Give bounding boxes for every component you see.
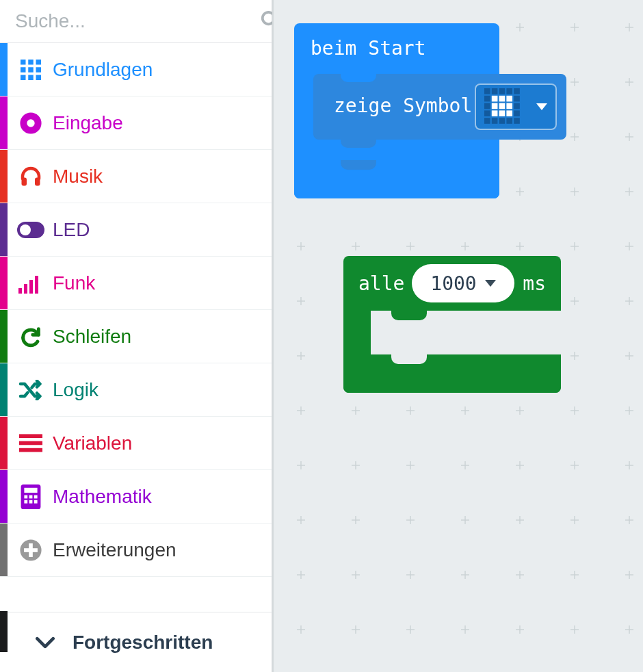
svg-rect-7 <box>36 67 42 73</box>
svg-rect-8 <box>21 75 26 80</box>
category-label: Musik <box>53 166 103 188</box>
svg-rect-46 <box>514 110 520 116</box>
svg-rect-31 <box>34 500 38 503</box>
svg-rect-52 <box>492 96 498 102</box>
svg-rect-38 <box>499 88 506 94</box>
category-stripe <box>0 96 8 149</box>
svg-rect-45 <box>484 110 490 116</box>
block-show-icon[interactable]: zeige Symbol <box>313 74 566 140</box>
category-label: Variablen <box>53 432 132 454</box>
svg-rect-3 <box>28 60 34 65</box>
svg-rect-55 <box>492 103 498 109</box>
loop-body-slot[interactable] <box>371 311 561 354</box>
category-stripe <box>0 257 8 309</box>
shuffle-icon <box>9 380 53 400</box>
svg-rect-40 <box>514 88 520 94</box>
svg-rect-36 <box>484 88 490 94</box>
block-on-start-title: beim Start <box>311 37 426 60</box>
svg-rect-25 <box>24 487 37 492</box>
plus-circle-icon <box>9 539 53 562</box>
interval-dropdown[interactable]: 1000 <box>412 264 514 302</box>
search-input[interactable] <box>15 10 260 32</box>
block-show-icon-label: zeige Symbol <box>334 94 472 117</box>
category-variablen[interactable]: Variablen <box>0 417 272 470</box>
block-footer <box>343 354 561 393</box>
svg-rect-27 <box>29 495 33 498</box>
category-funk[interactable]: Funk <box>0 257 272 310</box>
record-icon <box>9 112 53 135</box>
category-label: Erweiterungen <box>53 539 176 561</box>
advanced-toggle[interactable]: Fortgeschritten <box>0 612 272 672</box>
svg-rect-47 <box>484 118 490 124</box>
svg-rect-2 <box>21 60 26 65</box>
dropdown-caret-icon <box>536 103 547 110</box>
svg-rect-19 <box>29 280 33 294</box>
svg-rect-44 <box>514 103 520 109</box>
block-notch <box>341 73 376 82</box>
svg-rect-43 <box>484 103 490 109</box>
icon-dropdown[interactable] <box>475 83 557 130</box>
svg-rect-39 <box>506 88 512 94</box>
svg-rect-41 <box>484 96 490 102</box>
svg-point-12 <box>27 119 34 127</box>
svg-rect-49 <box>499 118 506 124</box>
category-stripe <box>0 470 8 523</box>
svg-rect-29 <box>24 500 27 503</box>
category-label: Eingabe <box>53 112 123 134</box>
category-logik[interactable]: Logik <box>0 363 272 417</box>
svg-rect-4 <box>36 60 42 65</box>
category-label: LED <box>53 219 90 241</box>
svg-rect-18 <box>24 284 27 294</box>
calculator-icon <box>9 484 53 509</box>
category-musik[interactable]: Musik <box>0 150 272 203</box>
category-stripe <box>0 524 8 576</box>
svg-rect-23 <box>19 448 42 452</box>
dropdown-caret-icon <box>485 280 496 287</box>
loop-prefix: alle <box>358 272 404 295</box>
svg-rect-21 <box>19 434 42 438</box>
grid-icon <box>9 57 53 82</box>
svg-rect-50 <box>506 118 512 124</box>
svg-rect-58 <box>492 110 498 116</box>
svg-rect-53 <box>499 96 506 102</box>
svg-rect-10 <box>36 75 42 80</box>
svg-rect-26 <box>24 495 27 498</box>
block-on-start[interactable]: beim Start zeige Symbol <box>294 23 499 198</box>
svg-rect-30 <box>29 500 33 503</box>
svg-rect-57 <box>506 103 512 109</box>
signal-icon <box>9 273 53 294</box>
toggle-icon <box>9 222 53 238</box>
svg-rect-37 <box>492 88 498 94</box>
svg-rect-42 <box>514 96 520 102</box>
toolbox-sidebar: Grundlagen Eingabe Musik LED <box>0 0 272 672</box>
category-label: Mathematik <box>53 486 152 508</box>
svg-rect-6 <box>28 67 34 73</box>
category-led[interactable]: LED <box>0 203 272 257</box>
category-stripe <box>0 363 8 416</box>
svg-rect-56 <box>499 103 506 109</box>
svg-rect-13 <box>22 177 27 185</box>
category-schleifen[interactable]: Schleifen <box>0 310 272 363</box>
category-label: Grundlagen <box>53 59 153 81</box>
category-stripe <box>0 43 8 96</box>
category-label: Funk <box>53 272 95 294</box>
category-mathematik[interactable]: Mathematik <box>0 470 272 524</box>
list-icon <box>9 434 53 453</box>
block-every-ms[interactable]: alle 1000 ms <box>343 256 561 393</box>
redo-icon <box>9 325 53 348</box>
svg-rect-54 <box>506 96 512 102</box>
advanced-label: Fortgeschritten <box>73 632 213 654</box>
category-grundlagen[interactable]: Grundlagen <box>0 43 272 96</box>
svg-rect-17 <box>18 288 22 294</box>
interval-value: 1000 <box>430 272 476 295</box>
svg-point-16 <box>20 224 31 235</box>
category-erweiterungen[interactable]: Erweiterungen <box>0 524 272 577</box>
block-notch <box>391 309 427 320</box>
category-eingabe[interactable]: Eingabe <box>0 96 272 150</box>
block-header: alle 1000 ms <box>343 256 561 311</box>
category-stripe <box>0 150 8 203</box>
block-workspace[interactable]: beim Start zeige Symbol <box>272 0 643 672</box>
svg-rect-20 <box>35 276 38 294</box>
block-footer <box>294 161 499 198</box>
svg-rect-22 <box>19 441 42 445</box>
